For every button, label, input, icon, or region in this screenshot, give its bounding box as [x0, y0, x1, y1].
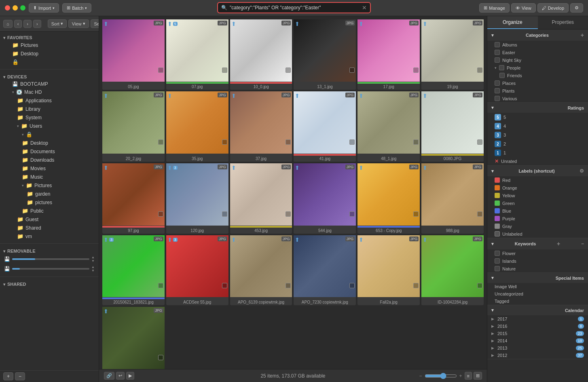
- photo-cell[interactable]: ⬆JPG17.jpg: [357, 19, 420, 90]
- rating-2[interactable]: 2 2: [487, 139, 588, 148]
- rating-4[interactable]: 4 4: [487, 122, 588, 131]
- label-red[interactable]: Red: [487, 176, 588, 184]
- special-uncategorized[interactable]: Uncategorized: [487, 290, 588, 298]
- select-button[interactable]: Select ▾: [91, 19, 99, 28]
- special-items-header[interactable]: ▾ Special Items: [487, 273, 588, 283]
- photo-select-checkbox[interactable]: [222, 211, 227, 217]
- cat-places-checkbox[interactable]: [495, 80, 500, 86]
- sidebar-item-desktop[interactable]: 📁 Desktop: [0, 49, 99, 58]
- photo-cell[interactable]: ⬆JPG48_1.jpg: [357, 91, 420, 162]
- categories-header[interactable]: ▾ Categories +: [487, 30, 588, 41]
- view-mode-button[interactable]: View ▾: [68, 19, 89, 28]
- sidebar-item-users[interactable]: ▾ 📁 Users: [0, 122, 99, 130]
- photo-cell[interactable]: ⬆JPG988.jpg: [421, 163, 484, 234]
- photo-select-checkbox[interactable]: [286, 139, 291, 145]
- photo-select-checkbox[interactable]: [349, 211, 355, 217]
- sidebar-item-garden[interactable]: 📁 garden: [0, 190, 99, 198]
- special-image-well[interactable]: Image Well: [487, 283, 588, 290]
- label-orange[interactable]: Orange: [487, 184, 588, 192]
- photo-select-checkbox[interactable]: [477, 283, 482, 288]
- label-purple[interactable]: Purple: [487, 215, 588, 222]
- photo-select-checkbox[interactable]: [158, 355, 163, 360]
- photo-select-checkbox[interactable]: [413, 139, 419, 145]
- sidebar-item-public[interactable]: 📁 Public: [0, 207, 99, 215]
- keyword-flower-checkbox[interactable]: [495, 251, 500, 256]
- label-unlabeled[interactable]: Unlabeled: [487, 230, 588, 238]
- cat-friends-checkbox[interactable]: [499, 73, 505, 78]
- sidebar-item-downloads[interactable]: 📁 Downloads: [0, 156, 99, 164]
- cat-albums[interactable]: Albums: [487, 41, 588, 49]
- develop-button[interactable]: 🖊 Develop: [537, 3, 569, 13]
- photo-cell[interactable]: ⬆JPGFall2a.jpg: [357, 235, 420, 306]
- photo-cell[interactable]: ⬆JPGAPO_6139 copiewtmk.jpg: [230, 235, 292, 306]
- sidebar-item-system[interactable]: 📁 System: [0, 113, 99, 122]
- photo-select-checkbox[interactable]: [222, 283, 227, 288]
- photo-select-checkbox[interactable]: [477, 211, 482, 217]
- settings-button[interactable]: ⚙: [570, 3, 583, 13]
- photo-select-checkbox[interactable]: [158, 283, 163, 288]
- photo-cell[interactable]: ⬆JPG97.jpg: [102, 163, 165, 234]
- close-button[interactable]: [5, 5, 10, 11]
- photo-cell[interactable]: ⬆JPG19.jpg: [421, 19, 484, 90]
- photo-cell[interactable]: ⬆JPG0080.JPG: [421, 91, 484, 162]
- photo-select-checkbox[interactable]: [477, 139, 482, 145]
- list-view-button[interactable]: ≡: [465, 372, 472, 380]
- tab-properties[interactable]: Properties: [538, 16, 588, 29]
- label-yellow[interactable]: Yellow: [487, 192, 588, 199]
- cal-2015[interactable]: ▶ 2015 23: [487, 330, 588, 337]
- photo-select-checkbox[interactable]: [286, 211, 291, 217]
- keywords-add-button[interactable]: +: [557, 241, 560, 247]
- calendar-header[interactable]: ▾ Calendar: [487, 305, 588, 315]
- cat-people[interactable]: ▾ People: [487, 64, 588, 72]
- sidebar-item-machd[interactable]: ▾ 💽 Mac HD: [0, 88, 99, 96]
- sidebar-item-applications[interactable]: 📁 Applications: [0, 96, 99, 105]
- sidebar-item-guest[interactable]: 📁 Guest: [0, 215, 99, 224]
- photo-select-checkbox[interactable]: [158, 68, 163, 73]
- sidebar-item-locked[interactable]: 🔒: [0, 58, 99, 66]
- cat-nightsky[interactable]: Night Sky: [487, 56, 588, 64]
- labels-gear-button[interactable]: ⚙: [580, 168, 584, 174]
- label-blue[interactable]: Blue: [487, 207, 588, 215]
- search-input[interactable]: "category":"Plants" OR "category":"Easte…: [230, 5, 360, 11]
- favorites-header[interactable]: ▾ FAVORITES: [0, 33, 99, 41]
- cat-various[interactable]: Various: [487, 95, 588, 102]
- sidebar-item-pictures2[interactable]: ▾ 📁 Pictures: [0, 181, 99, 190]
- sidebar-item-movies[interactable]: 📁 Movies: [0, 164, 99, 173]
- photo-cell[interactable]: ⬆JPG453.jpg: [230, 163, 292, 234]
- photo-select-checkbox[interactable]: [222, 68, 227, 73]
- photo-select-checkbox[interactable]: [413, 211, 419, 217]
- cal-2017[interactable]: ▶ 2017 1: [487, 315, 588, 323]
- keyword-islands[interactable]: Islands: [487, 257, 588, 265]
- search-clear-button[interactable]: ✕: [362, 4, 367, 11]
- rating-unrated[interactable]: ✕ Unrated: [487, 157, 588, 165]
- photo-select-checkbox[interactable]: [286, 68, 291, 73]
- sidebar-item-bootcamp[interactable]: 💾 BOOTCAMP: [0, 80, 99, 88]
- keywords-header[interactable]: ▾ Keywords + −: [487, 238, 588, 249]
- label-green[interactable]: Green: [487, 199, 588, 207]
- removable-header[interactable]: ▾ REMOVABLE: [0, 247, 99, 254]
- forward-button[interactable]: ›: [23, 20, 32, 28]
- cat-albums-checkbox[interactable]: [495, 42, 500, 47]
- photo-select-checkbox[interactable]: [413, 68, 419, 73]
- labels-header[interactable]: ▾ Labels (shortcut) ⚙: [487, 166, 588, 176]
- sidebar-item-library[interactable]: 📁 Library: [0, 105, 99, 113]
- view-button[interactable]: 👁 View: [511, 3, 536, 13]
- link-button[interactable]: 🔗: [104, 372, 114, 380]
- photo-select-checkbox[interactable]: [158, 211, 163, 217]
- photo-select-checkbox[interactable]: [477, 68, 482, 73]
- grid-view-button[interactable]: ⊞: [474, 372, 482, 380]
- photo-cell[interactable]: ⬆JPG13_1.jpg: [294, 19, 356, 90]
- sidebar-item-vm[interactable]: 📁 vm: [0, 232, 99, 241]
- photo-cell[interactable]: ⬆JPG35.jpg: [166, 91, 228, 162]
- back-button[interactable]: ‹: [14, 20, 22, 28]
- cal-2013[interactable]: ▶ 2013 25: [487, 344, 588, 352]
- categories-add-button[interactable]: +: [581, 32, 584, 38]
- sidebar-item-music[interactable]: 📁 Music: [0, 173, 99, 181]
- maximize-button[interactable]: [20, 5, 25, 11]
- cat-various-checkbox[interactable]: [495, 96, 500, 101]
- cat-friends[interactable]: Friends: [487, 72, 588, 79]
- sidebar-item-shared[interactable]: 📁 Shared: [0, 224, 99, 232]
- photo-cell[interactable]: ⬆5JPG07.jpg: [166, 19, 228, 90]
- zoom-slider[interactable]: [425, 373, 457, 379]
- cal-2014[interactable]: ▶ 2014 19: [487, 337, 588, 344]
